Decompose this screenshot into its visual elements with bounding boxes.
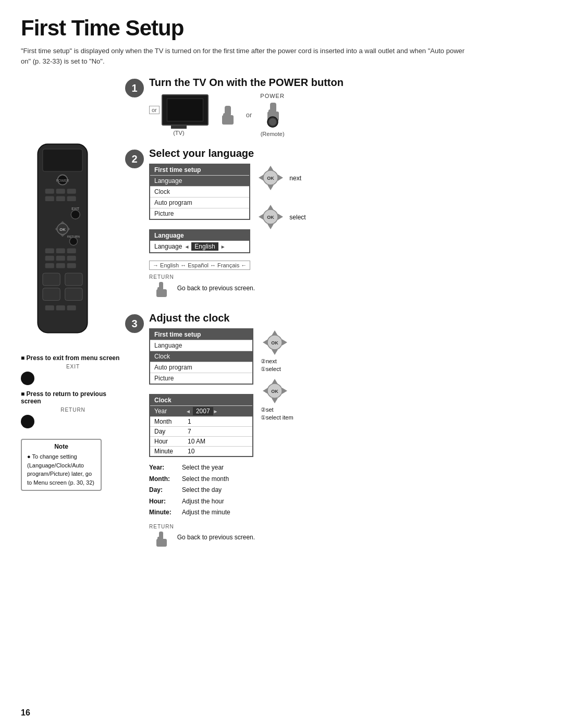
step2-menu1-item-picture: Picture <box>150 208 249 219</box>
clock-desc-day-key: Day: <box>149 485 178 496</box>
clock-year-arrow-right: ► <box>213 409 218 414</box>
return-btn-area: RETURN <box>149 274 174 302</box>
tv-power-finger <box>217 101 238 129</box>
or-label: or <box>246 111 252 119</box>
step2-ctrl1: OK next <box>256 164 305 192</box>
step3-annotation-next: ②next <box>261 358 293 365</box>
svg-point-11 <box>71 210 80 219</box>
step1-badge: 1 <box>125 79 144 97</box>
step3-clock-minute: Minute 10 <box>150 446 252 456</box>
step2-section: 2 Select your language First time setup … <box>125 147 542 302</box>
ok-btn-svg4: OK <box>261 377 289 405</box>
ok-btn-svg2: OK <box>256 203 285 231</box>
svg-text:OK: OK <box>267 176 275 181</box>
step2-title: Select your language <box>149 147 542 159</box>
tv-box: or (TV) <box>149 94 209 136</box>
finger-svg-remote <box>262 100 283 129</box>
svg-rect-73 <box>157 537 161 540</box>
lang-arrow-right: ► <box>221 244 226 250</box>
clock-desc-year-text: Select the year <box>182 462 224 474</box>
exit-label: EXIT <box>21 364 125 369</box>
press-return-label: ■ Press to return to previous screen <box>21 390 125 405</box>
clock-month-value: 1 <box>188 418 191 425</box>
step3-return-text: Go back to previous screen. <box>177 534 255 541</box>
svg-rect-38 <box>223 113 227 117</box>
step3-clock-hour: Hour 10 AM <box>150 436 252 446</box>
svg-marker-68 <box>282 388 287 394</box>
note-box: Note ● To change setting (Language/Clock… <box>21 439 102 491</box>
step3-controls: OK ②next ①select <box>261 328 293 421</box>
svg-rect-23 <box>45 256 54 261</box>
intro-text: "First time setup" is displayed only whe… <box>21 46 469 66</box>
step3-menu1-clock: Clock <box>150 351 252 362</box>
remote-power-btn <box>262 100 283 129</box>
return-button[interactable] <box>21 415 34 428</box>
step3-menu1-auto: Auto program <box>150 362 252 373</box>
svg-marker-47 <box>278 175 283 181</box>
svg-point-43 <box>269 118 276 126</box>
left-column: POWER EXIT OK RETURN <box>21 77 125 562</box>
step3-menu1: First time setup Language Clock Auto pro… <box>149 328 253 385</box>
svg-rect-25 <box>67 256 76 261</box>
clock-year-label: Year <box>154 408 186 415</box>
clock-minute-label: Minute <box>154 448 186 455</box>
step3-annotation-select-item: ①select item <box>261 414 293 421</box>
clock-year-arrow-left: ◄ <box>186 409 191 414</box>
step2-lang-row: Language ◄ English ► <box>150 241 249 252</box>
step2-menu1-item-auto: Auto program <box>150 197 249 208</box>
svg-marker-62 <box>282 339 287 346</box>
svg-rect-32 <box>65 288 82 301</box>
return-label-step3: RETURN <box>149 524 174 529</box>
step2-menu2-title: Language <box>150 230 249 241</box>
clock-desc-minute-text: Adjust the minute <box>182 507 230 519</box>
svg-text:OK: OK <box>59 227 66 232</box>
clock-desc-hour-text: Adjust the hour <box>182 496 224 508</box>
svg-rect-28 <box>67 263 76 268</box>
step2-ctrl2: OK select <box>256 203 305 231</box>
step2-menus: First time setup Language Clock Auto pro… <box>149 164 250 270</box>
tv-screen <box>162 94 209 126</box>
svg-marker-51 <box>267 224 274 229</box>
svg-rect-9 <box>67 196 76 202</box>
svg-rect-27 <box>56 263 65 268</box>
step3-section: 3 Adjust the clock First time setup Lang… <box>125 312 542 551</box>
svg-rect-1 <box>43 149 82 171</box>
step1-title: Turn the TV On with the POWER button <box>149 77 542 89</box>
step3-annotation-select: ①select <box>261 366 293 373</box>
exit-button[interactable] <box>21 372 34 385</box>
clock-desc-minute: Minute: Adjust the minute <box>149 507 542 519</box>
svg-rect-0 <box>38 144 87 333</box>
step3-clock-day: Day 7 <box>150 426 252 436</box>
step3-ctrl2: OK ②set ①select item <box>261 377 293 421</box>
svg-rect-20 <box>45 249 54 254</box>
remote-control-image: POWER EXIT OK RETURN <box>26 139 109 349</box>
step3-return-area: RETURN Go back to previous screen. <box>149 524 542 551</box>
clock-minute-value: 10 <box>188 448 194 455</box>
clock-desc-month: Month: Select the month <box>149 474 542 485</box>
step3-ctrl1: OK ②next ①select <box>261 328 293 373</box>
clock-hour-value: 10 AM <box>188 438 205 445</box>
return-hand-icon <box>154 281 169 302</box>
clock-desc-year: Year: Select the year <box>149 462 542 474</box>
remote-label: (Remote) <box>261 131 285 137</box>
svg-rect-58 <box>157 287 161 290</box>
lang-arrow-left: ◄ <box>184 244 189 250</box>
return-hand-icon3 <box>154 530 169 551</box>
finger-svg <box>217 101 238 129</box>
page-number: 16 <box>21 708 30 718</box>
power-label: POWER <box>260 93 285 99</box>
step3-badge: 3 <box>125 314 144 333</box>
lang-cycle: → English ↔ Español ↔ Français ← <box>149 261 250 270</box>
svg-rect-41 <box>268 109 273 114</box>
svg-marker-45 <box>267 185 274 190</box>
step2-annotation1: next <box>289 175 301 182</box>
step2-content: Select your language First time setup La… <box>149 147 542 302</box>
svg-rect-29 <box>43 273 60 286</box>
step2-menu2: Language Language ◄ English ► <box>149 229 250 253</box>
step1-section: 1 Turn the TV On with the POWER button o… <box>125 77 542 137</box>
ok-btn-svg: OK <box>256 164 285 192</box>
svg-marker-53 <box>278 214 283 220</box>
step2-diagrams: First time setup Language Clock Auto pro… <box>149 164 542 270</box>
clock-desc-year-key: Year: <box>149 462 178 474</box>
svg-rect-34 <box>56 305 65 311</box>
